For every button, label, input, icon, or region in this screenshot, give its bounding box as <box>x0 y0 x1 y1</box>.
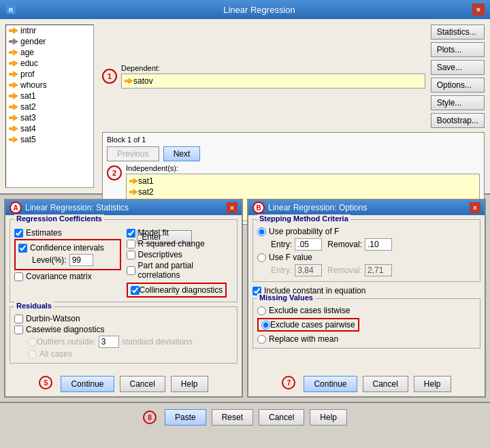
list-item[interactable]: sat5 <box>6 134 93 145</box>
dependent-label: Dependent: <box>121 64 425 72</box>
opts-close-button[interactable]: × <box>470 202 480 213</box>
variable-list: intnr gender age educ prof <box>5 25 94 188</box>
list-item[interactable]: sat2 <box>6 101 93 112</box>
svg-marker-15 <box>129 189 138 195</box>
paste-button[interactable]: Paste <box>165 409 206 426</box>
casewise-row: Casewise diagnostics <box>14 325 233 334</box>
level-input[interactable] <box>69 254 93 266</box>
entry-input[interactable] <box>295 238 322 251</box>
svg-marker-13 <box>125 78 133 84</box>
list-item[interactable]: sat4 <box>6 123 93 134</box>
use-prob-label: Use probability of F <box>269 227 339 236</box>
durbin-checkbox[interactable] <box>14 315 23 323</box>
cancel-button[interactable]: Cancel <box>259 409 304 426</box>
list-item[interactable]: educ <box>6 58 93 69</box>
stats-title-bar: A Linear Regression: Statistics × <box>5 200 242 215</box>
statistics-window: A Linear Regression: Statistics × Regres… <box>4 199 243 398</box>
list-item[interactable]: sat1 <box>6 91 93 101</box>
indep-var-icon <box>129 189 138 195</box>
options-button[interactable]: Options... <box>431 78 485 93</box>
block-nav: Previous Next <box>107 146 480 161</box>
independents-label: Independent(s): <box>126 164 480 172</box>
options-window: B Linear Regression: Options × Stepping … <box>247 199 486 398</box>
independents-circle: 2 <box>107 165 122 180</box>
collinearity-checkbox[interactable] <box>131 286 140 295</box>
estimates-checkbox[interactable] <box>14 229 23 238</box>
reg-coef-group: Regression Coefficients Estimates Confid… <box>10 219 238 302</box>
covariance-checkbox[interactable] <box>14 272 23 281</box>
outliers-input[interactable] <box>99 336 119 348</box>
svg-marker-12 <box>9 136 18 143</box>
next-button[interactable]: Next <box>163 146 201 161</box>
previous-button[interactable]: Previous <box>107 146 159 161</box>
style-button[interactable]: Style... <box>431 95 485 110</box>
reset-button[interactable]: Reset <box>212 409 253 426</box>
help-button[interactable]: Help <box>310 409 347 426</box>
dependent-input[interactable]: satov <box>121 74 425 89</box>
confidence-highlighted-box: Confidence intervals Level(%): <box>14 239 121 270</box>
list-item[interactable]: whours <box>6 80 93 91</box>
stats-close-button[interactable]: × <box>227 202 238 213</box>
all-cases-radio[interactable] <box>28 350 37 359</box>
part-partial-checkbox[interactable] <box>127 266 135 275</box>
level-row: Level(%): <box>32 254 117 266</box>
r-squared-label: R squared change <box>138 239 205 249</box>
list-item[interactable]: prof <box>6 69 93 80</box>
opts-help-button[interactable]: Help <box>414 376 451 392</box>
opts-cancel-button[interactable]: Cancel <box>363 376 408 392</box>
stats-cancel-button[interactable]: Cancel <box>120 376 165 392</box>
descriptives-row: Descriptives <box>127 250 233 259</box>
removal-input[interactable] <box>365 238 392 251</box>
removal-label: Removal: <box>327 240 362 249</box>
outliers-label: Outliers outside: <box>37 337 96 347</box>
stats-continue-button[interactable]: Continue <box>61 376 114 392</box>
covariance-label: Covariance matrix <box>26 272 92 281</box>
dependent-field-wrap: Dependent: satov <box>121 64 425 89</box>
opts-continue-button[interactable]: Continue <box>304 376 357 392</box>
outliers-radio[interactable] <box>28 338 37 347</box>
scale-icon <box>9 59 18 68</box>
stats-help-button[interactable]: Help <box>171 376 208 392</box>
casewise-checkbox[interactable] <box>14 325 23 334</box>
save-button[interactable]: Save... <box>431 60 485 75</box>
model-fit-checkbox[interactable] <box>127 229 135 238</box>
descriptives-checkbox[interactable] <box>127 251 135 259</box>
use-prob-radio[interactable] <box>257 227 266 236</box>
residuals-label: Residuals <box>14 302 54 310</box>
std-dev-label: standard deviations <box>122 337 193 347</box>
list-item[interactable]: age <box>6 47 93 58</box>
r-squared-checkbox[interactable] <box>127 240 135 249</box>
collinearity-highlighted-box: Collinearity diagnostics <box>127 283 227 298</box>
scale-icon <box>9 69 18 79</box>
block-title: Block 1 of 1 <box>107 135 480 144</box>
plots-button[interactable]: Plots... <box>431 42 485 57</box>
exclude-pairwise-radio[interactable] <box>261 321 270 330</box>
confidence-checkbox[interactable] <box>18 244 27 253</box>
bootstrap-button[interactable]: Bootstrap... <box>431 113 485 128</box>
durbin-label: Durbin-Watson <box>26 314 80 323</box>
svg-marker-3 <box>9 38 18 45</box>
removal2-input[interactable] <box>365 264 392 276</box>
use-f-radio[interactable] <box>257 253 266 262</box>
list-item[interactable]: sat3 <box>6 112 93 123</box>
exclude-listwise-row: Exclude cases listwise <box>257 306 476 315</box>
exclude-listwise-radio[interactable] <box>257 306 266 315</box>
statistics-button[interactable]: Statistics... <box>431 25 485 39</box>
close-button[interactable]: × <box>472 3 485 16</box>
replace-mean-radio[interactable] <box>257 335 266 344</box>
svg-marker-2 <box>9 27 18 34</box>
f-entry-row: Entry: Removal: <box>271 264 476 276</box>
app-icon: R <box>5 4 16 15</box>
scale-icon <box>9 135 18 144</box>
list-item[interactable]: intnr <box>6 25 93 36</box>
collinearity-label: Collinearity diagnostics <box>140 285 223 295</box>
durbin-row: Durbin-Watson <box>14 314 233 323</box>
svg-marker-5 <box>9 60 18 67</box>
r-squared-row: R squared change <box>127 239 233 249</box>
list-item[interactable]: sat2 <box>128 187 478 197</box>
entry2-input[interactable] <box>295 264 322 276</box>
list-item[interactable]: gender <box>6 36 93 47</box>
list-item[interactable]: sat1 <box>128 176 478 187</box>
replace-mean-row: Replace with mean <box>257 334 476 344</box>
model-fit-label: Model fit <box>138 228 169 238</box>
